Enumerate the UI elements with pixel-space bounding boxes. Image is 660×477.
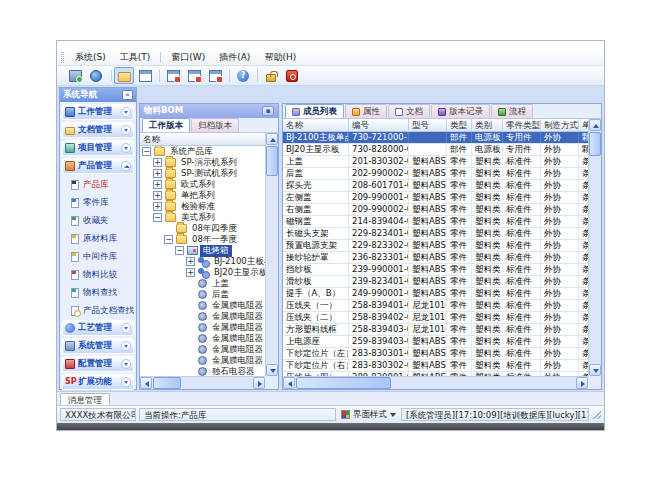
tree-item[interactable]: 金属膜电阻器	[140, 311, 267, 322]
chevron-down-icon[interactable]	[121, 323, 131, 333]
table-row[interactable]: 压线夹（一） 258-839401-00X 尼龙1010 零件 塑料类 标准件 …	[283, 300, 590, 312]
tree-item[interactable]: 金属膜电阻器	[140, 333, 267, 344]
tree-item[interactable]: + SP-测试机系列	[140, 168, 267, 179]
tree-item[interactable]: − 美式系列	[140, 212, 267, 223]
globe-button[interactable]	[86, 67, 106, 84]
menu-plugins[interactable]: 插件(A)	[212, 50, 257, 65]
scroll-left-button[interactable]	[283, 377, 295, 389]
tree-item[interactable]: − 08年一季度	[140, 234, 267, 245]
tree-item[interactable]: 后盖	[140, 289, 267, 300]
table-row[interactable]: 下纱定位片（右） 283-830302-00X 塑料ABS 零件 塑料类 标准件…	[283, 360, 590, 372]
scroll-thumb[interactable]	[296, 377, 391, 389]
window-close-button[interactable]	[163, 67, 183, 84]
window-delete-button[interactable]	[205, 67, 225, 84]
window-list-button[interactable]	[135, 67, 155, 84]
table-row[interactable]: BJ20主显示板 730-828000-04X 部件 电源板 专用件 外协 颗	[283, 144, 590, 156]
tree-expander[interactable]: +	[153, 191, 162, 200]
tree-expander[interactable]: +	[153, 180, 162, 189]
tree-item[interactable]: 上盖	[140, 278, 267, 289]
sidebar-section-document[interactable]: 文档管理	[62, 122, 134, 138]
chevron-down-icon[interactable]	[121, 143, 131, 153]
tree-expander[interactable]: +	[153, 158, 162, 167]
tree-item[interactable]: + 欧式系列	[140, 179, 267, 190]
tree-item[interactable]: − 系统产品库	[140, 146, 267, 157]
sidebar-item[interactable]: 收藏夹	[62, 212, 134, 230]
menu-tools[interactable]: 工具(T)	[113, 50, 158, 65]
tree-item[interactable]: + 单把系列	[140, 190, 267, 201]
tree-item[interactable]: + BJ20主显示板	[140, 267, 267, 278]
lock-button[interactable]	[261, 67, 281, 84]
sidebar-section-config[interactable]: 配置管理	[62, 356, 134, 372]
sidebar-item[interactable]: 原材料库	[62, 230, 134, 248]
chevron-down-icon[interactable]	[121, 341, 131, 351]
menu-help[interactable]: 帮助(H)	[257, 50, 303, 65]
table-row[interactable]: 预置电源支架 229-823302-00X 塑料ABS 零件 塑料类 标准件 外…	[283, 240, 590, 252]
table-row[interactable]: 方形塑料线框 258-839403-00X 尼龙1010 零件 塑料类 标准件 …	[283, 324, 590, 336]
chevron-up-icon[interactable]	[121, 161, 131, 171]
tree-expander[interactable]: −	[164, 235, 173, 244]
sidebar-collapse-button[interactable]: «	[122, 90, 133, 100]
tree-expander[interactable]: −	[175, 246, 184, 255]
tab-documents[interactable]: 文档	[388, 104, 430, 118]
table-row[interactable]: 上盖 201-830302-00X 塑料ABS 零件 塑料类 标准件 外协 条	[283, 156, 590, 168]
tree-expander[interactable]: −	[142, 147, 151, 156]
tree-expander[interactable]: +	[153, 202, 162, 211]
column-header[interactable]: 型号	[409, 119, 447, 131]
tree-item[interactable]: 08年四季度	[140, 223, 267, 234]
menu-system[interactable]: 系统(S)	[68, 50, 113, 65]
sidebar-section-product[interactable]: 产品管理	[62, 158, 134, 174]
sidebar-item[interactable]: 物料查找	[62, 284, 134, 302]
tree-item[interactable]: + SP-演示机系列	[140, 157, 267, 168]
tree-expander[interactable]: +	[186, 257, 195, 266]
tree-item[interactable]: + BJ-2100主板单点	[140, 256, 267, 267]
resize-grip[interactable]	[592, 410, 601, 419]
window-export-button[interactable]	[184, 67, 204, 84]
table-row[interactable]: BJ-2100主板单点 730-721000-12X 部件 电源板 专用件 外协…	[283, 132, 590, 144]
tree-expander[interactable]: +	[153, 169, 162, 178]
scroll-up-button[interactable]	[589, 119, 601, 131]
sidebar-section-extension[interactable]: SP 扩展功能	[62, 374, 134, 390]
column-header[interactable]: 零件类型	[503, 119, 541, 131]
scroll-left-button[interactable]	[140, 377, 152, 389]
tree-item[interactable]: 金属膜电阻器	[140, 355, 267, 366]
sidebar-item[interactable]: 零件库	[62, 194, 134, 212]
scroll-down-button[interactable]	[589, 364, 601, 376]
column-header[interactable]: 编号	[349, 119, 409, 131]
table-row[interactable]: 后盖 202-990002-01X 塑料ABS 零件 塑料类 标准件 外协 条	[283, 168, 590, 180]
tab-working-version[interactable]: 工作版本	[142, 118, 190, 132]
table-row[interactable]: 左侧盖 209-990001-01X 塑料ABS 零件 塑料类 标准件 外协 条	[283, 192, 590, 204]
sidebar-section-project[interactable]: 项目管理	[62, 140, 134, 156]
menubar-grip[interactable]	[61, 52, 64, 63]
table-horizontal-scrollbar[interactable]	[283, 376, 588, 389]
scroll-thumb[interactable]	[153, 377, 181, 389]
column-header[interactable]: 类别	[472, 119, 503, 131]
scroll-right-button[interactable]	[576, 377, 588, 389]
table-row[interactable]: 滑纱板 239-823401-00X 塑料ABS 零件 塑料类 标准件 外协 条	[283, 276, 590, 288]
tree-column-header[interactable]: 名称	[140, 133, 267, 146]
sidebar-item[interactable]: 物料比较	[62, 266, 134, 284]
tree-item[interactable]: 金属膜电阻器	[140, 300, 267, 311]
scroll-down-button[interactable]	[266, 364, 278, 376]
tree-expander[interactable]: +	[186, 268, 195, 277]
tab-archived-version[interactable]: 归档版本	[191, 118, 239, 132]
help-button[interactable]	[233, 67, 253, 84]
tab-properties[interactable]: 属性	[345, 104, 387, 118]
tree-item[interactable]: 金属膜电阻器	[140, 322, 267, 333]
power-button[interactable]	[282, 67, 302, 84]
sidebar-section-system[interactable]: 系统管理	[62, 338, 134, 354]
table-row[interactable]: 下纱定位片（左） 283-830301-00X 塑料ABS 零件 塑料类 标准件…	[283, 348, 590, 360]
scroll-thumb[interactable]	[266, 146, 278, 176]
table-row[interactable]: 上电源座 259-839403-00X 塑料ABS 零件 塑料类 标准件 外协 …	[283, 336, 590, 348]
column-header[interactable]: 名称	[283, 119, 349, 131]
sidebar-section-work[interactable]: 工作管理	[62, 104, 134, 120]
monitor-button[interactable]	[65, 67, 85, 84]
column-header[interactable]: 制造方式	[541, 119, 579, 131]
table-row[interactable]: 探头壳 208-601701-01X 塑料ABS 零件 塑料类 标准件 外协 条	[283, 180, 590, 192]
sidebar-item[interactable]: 中间件库	[62, 248, 134, 266]
chevron-down-icon[interactable]	[121, 377, 131, 387]
tree-item[interactable]: 金属膜电阻器	[140, 344, 267, 355]
tab-version-history[interactable]: 版本记录	[431, 104, 490, 118]
table-row[interactable]: 右侧盖 209-990002-01X 塑料ABS 零件 塑料类 标准件 外协 条	[283, 204, 590, 216]
table-row[interactable]: 磁钢盖 214-839404-01X 塑料ABS 零件 塑料类 标准件 外协 条	[283, 216, 590, 228]
table-row[interactable]: 长磁头支架 229-823401-00X 塑料ABS 零件 塑料类 标准件 外协…	[283, 228, 590, 240]
